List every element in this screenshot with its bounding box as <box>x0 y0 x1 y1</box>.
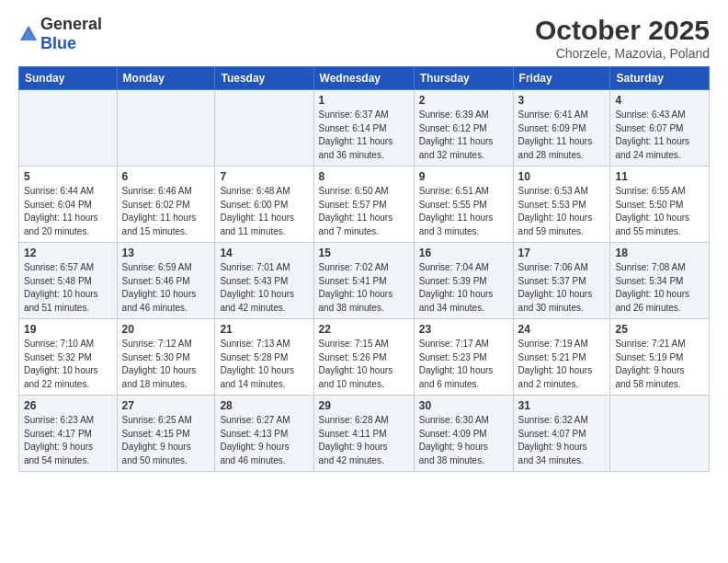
table-row: 27Sunrise: 6:25 AM Sunset: 4:15 PM Dayli… <box>117 396 215 472</box>
day-number: 14 <box>220 247 308 259</box>
table-row: 25Sunrise: 7:21 AM Sunset: 5:19 PM Dayli… <box>610 319 710 396</box>
day-info: Sunrise: 7:13 AM Sunset: 5:28 PM Dayligh… <box>220 338 308 391</box>
table-row: 12Sunrise: 6:57 AM Sunset: 5:48 PM Dayli… <box>19 243 118 319</box>
logo-icon <box>18 24 39 44</box>
table-row <box>19 90 118 167</box>
day-info: Sunrise: 6:23 AM Sunset: 4:17 PM Dayligh… <box>24 414 112 467</box>
table-row: 6Sunrise: 6:46 AM Sunset: 6:02 PM Daylig… <box>117 167 215 243</box>
day-info: Sunrise: 7:19 AM Sunset: 5:21 PM Dayligh… <box>518 338 606 391</box>
table-row <box>117 90 215 167</box>
day-number: 21 <box>220 323 308 336</box>
month-title: October 2025 <box>535 15 710 46</box>
day-info: Sunrise: 6:59 AM Sunset: 5:46 PM Dayligh… <box>122 261 210 315</box>
day-info: Sunrise: 7:15 AM Sunset: 5:26 PM Dayligh… <box>319 338 409 391</box>
day-info: Sunrise: 6:39 AM Sunset: 6:12 PM Dayligh… <box>419 109 508 162</box>
day-info: Sunrise: 6:28 AM Sunset: 4:11 PM Dayligh… <box>319 414 409 467</box>
day-number: 16 <box>419 247 508 259</box>
logo-blue-text: Blue <box>40 34 76 52</box>
day-number: 17 <box>518 247 606 259</box>
table-row: 29Sunrise: 6:28 AM Sunset: 4:11 PM Dayli… <box>313 396 414 472</box>
day-info: Sunrise: 7:12 AM Sunset: 5:30 PM Dayligh… <box>122 338 210 391</box>
day-number: 25 <box>615 323 704 336</box>
table-row: 15Sunrise: 7:02 AM Sunset: 5:41 PM Dayli… <box>313 243 414 319</box>
col-wednesday: Wednesday <box>313 67 414 90</box>
day-info: Sunrise: 6:37 AM Sunset: 6:14 PM Dayligh… <box>319 109 409 162</box>
calendar-table: Sunday Monday Tuesday Wednesday Thursday… <box>18 66 710 472</box>
day-number: 13 <box>122 247 210 259</box>
day-number: 15 <box>319 247 409 259</box>
table-row: 18Sunrise: 7:08 AM Sunset: 5:34 PM Dayli… <box>610 243 710 319</box>
day-number: 6 <box>122 170 210 183</box>
table-row: 13Sunrise: 6:59 AM Sunset: 5:46 PM Dayli… <box>117 243 215 319</box>
table-row: 30Sunrise: 6:30 AM Sunset: 4:09 PM Dayli… <box>414 396 513 472</box>
location: Chorzele, Mazovia, Poland <box>535 46 710 61</box>
day-number: 28 <box>220 399 308 412</box>
calendar-header-row: Sunday Monday Tuesday Wednesday Thursday… <box>19 67 710 90</box>
day-number: 9 <box>419 170 508 183</box>
day-info: Sunrise: 6:30 AM Sunset: 4:09 PM Dayligh… <box>419 414 508 467</box>
table-row: 1Sunrise: 6:37 AM Sunset: 6:14 PM Daylig… <box>313 90 414 167</box>
day-info: Sunrise: 6:41 AM Sunset: 6:09 PM Dayligh… <box>518 109 606 162</box>
day-number: 19 <box>24 323 112 336</box>
table-row: 11Sunrise: 6:55 AM Sunset: 5:50 PM Dayli… <box>610 167 710 243</box>
table-row: 26Sunrise: 6:23 AM Sunset: 4:17 PM Dayli… <box>19 396 118 472</box>
day-number: 29 <box>319 399 409 412</box>
day-info: Sunrise: 7:04 AM Sunset: 5:39 PM Dayligh… <box>419 261 508 315</box>
day-info: Sunrise: 7:02 AM Sunset: 5:41 PM Dayligh… <box>319 261 409 315</box>
title-block: October 2025 Chorzele, Mazovia, Poland <box>535 15 710 61</box>
day-number: 30 <box>419 399 508 412</box>
day-info: Sunrise: 6:53 AM Sunset: 5:53 PM Dayligh… <box>518 185 606 238</box>
table-row: 24Sunrise: 7:19 AM Sunset: 5:21 PM Dayli… <box>513 319 610 396</box>
col-thursday: Thursday <box>414 67 513 90</box>
day-number: 2 <box>419 94 508 107</box>
day-number: 7 <box>220 170 308 183</box>
table-row <box>215 90 313 167</box>
calendar-week-row: 12Sunrise: 6:57 AM Sunset: 5:48 PM Dayli… <box>19 243 710 319</box>
logo-general-text: General <box>40 15 102 33</box>
table-row: 19Sunrise: 7:10 AM Sunset: 5:32 PM Dayli… <box>19 319 118 396</box>
table-row: 14Sunrise: 7:01 AM Sunset: 5:43 PM Dayli… <box>215 243 313 319</box>
day-number: 10 <box>518 170 606 183</box>
logo: General Blue <box>18 15 102 53</box>
table-row: 4Sunrise: 6:43 AM Sunset: 6:07 PM Daylig… <box>610 90 710 167</box>
day-number: 20 <box>122 323 210 336</box>
day-info: Sunrise: 6:51 AM Sunset: 5:55 PM Dayligh… <box>419 185 508 238</box>
day-info: Sunrise: 6:48 AM Sunset: 6:00 PM Dayligh… <box>220 185 308 238</box>
col-sunday: Sunday <box>19 67 118 90</box>
table-row: 31Sunrise: 6:32 AM Sunset: 4:07 PM Dayli… <box>513 396 610 472</box>
day-info: Sunrise: 6:46 AM Sunset: 6:02 PM Dayligh… <box>122 185 210 238</box>
day-number: 26 <box>24 399 112 412</box>
day-number: 4 <box>615 94 704 107</box>
day-number: 11 <box>615 170 704 183</box>
day-number: 24 <box>518 323 606 336</box>
day-info: Sunrise: 6:44 AM Sunset: 6:04 PM Dayligh… <box>24 185 112 238</box>
day-number: 27 <box>122 399 210 412</box>
calendar-week-row: 1Sunrise: 6:37 AM Sunset: 6:14 PM Daylig… <box>19 90 710 167</box>
calendar-week-row: 19Sunrise: 7:10 AM Sunset: 5:32 PM Dayli… <box>19 319 710 396</box>
col-monday: Monday <box>117 67 215 90</box>
day-info: Sunrise: 7:06 AM Sunset: 5:37 PM Dayligh… <box>518 261 606 315</box>
table-row: 17Sunrise: 7:06 AM Sunset: 5:37 PM Dayli… <box>513 243 610 319</box>
day-info: Sunrise: 6:27 AM Sunset: 4:13 PM Dayligh… <box>220 414 308 467</box>
day-info: Sunrise: 7:08 AM Sunset: 5:34 PM Dayligh… <box>615 261 704 315</box>
day-info: Sunrise: 6:43 AM Sunset: 6:07 PM Dayligh… <box>615 109 704 162</box>
day-number: 31 <box>518 399 606 412</box>
day-number: 1 <box>319 94 409 107</box>
table-row: 5Sunrise: 6:44 AM Sunset: 6:04 PM Daylig… <box>19 167 118 243</box>
table-row: 20Sunrise: 7:12 AM Sunset: 5:30 PM Dayli… <box>117 319 215 396</box>
col-saturday: Saturday <box>610 67 710 90</box>
col-friday: Friday <box>513 67 610 90</box>
table-row: 10Sunrise: 6:53 AM Sunset: 5:53 PM Dayli… <box>513 167 610 243</box>
day-info: Sunrise: 6:57 AM Sunset: 5:48 PM Dayligh… <box>24 261 112 315</box>
table-row: 8Sunrise: 6:50 AM Sunset: 5:57 PM Daylig… <box>313 167 414 243</box>
day-number: 23 <box>419 323 508 336</box>
day-number: 8 <box>319 170 409 183</box>
table-row: 2Sunrise: 6:39 AM Sunset: 6:12 PM Daylig… <box>414 90 513 167</box>
logo-general: General Blue <box>40 15 102 53</box>
table-row: 7Sunrise: 6:48 AM Sunset: 6:00 PM Daylig… <box>215 167 313 243</box>
table-row: 21Sunrise: 7:13 AM Sunset: 5:28 PM Dayli… <box>215 319 313 396</box>
calendar-week-row: 5Sunrise: 6:44 AM Sunset: 6:04 PM Daylig… <box>19 167 710 243</box>
table-row: 28Sunrise: 6:27 AM Sunset: 4:13 PM Dayli… <box>215 396 313 472</box>
header: General Blue October 2025 Chorzele, Mazo… <box>18 15 710 61</box>
day-number: 3 <box>518 94 606 107</box>
